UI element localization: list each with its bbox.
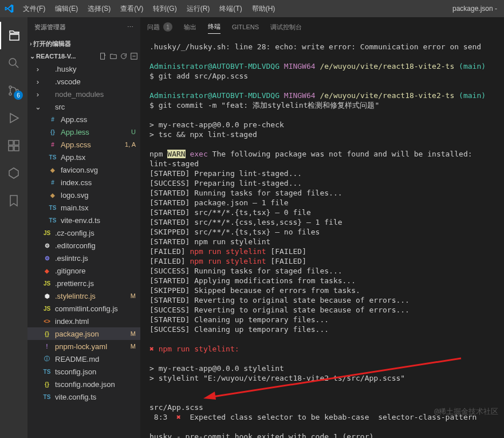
item-label: tsconfig.node.json: [55, 380, 136, 389]
sidebar: 资源管理器 ⋯ › 打开的编辑器 ⌄ REACT18-V... ›.husky›…: [27, 17, 140, 438]
folder-icon: [42, 89, 52, 99]
file-icon: !: [42, 342, 52, 351]
item-label: .editorconfig: [55, 241, 136, 250]
tree-file[interactable]: #index.css: [27, 176, 140, 189]
new-file-icon[interactable]: [99, 52, 107, 60]
tree-file[interactable]: ⬢.stylelintrc.jsM: [27, 290, 140, 302]
chevron-right-icon: ›: [30, 40, 32, 47]
activity-extensions-icon[interactable]: [0, 132, 27, 159]
tree-file[interactable]: {}tsconfig.node.json: [27, 378, 140, 390]
git-decoration: M: [131, 292, 136, 299]
tree-file[interactable]: TStsconfig.json: [27, 365, 140, 378]
file-icon: ⚙: [42, 241, 52, 250]
file-icon: JS: [42, 228, 52, 237]
activitybar: 6: [0, 17, 27, 438]
tab-debug-console[interactable]: 调试控制台: [270, 21, 302, 34]
item-label: index.html: [55, 317, 136, 326]
folder-icon: [42, 64, 52, 73]
svg-rect-4: [9, 140, 13, 145]
item-label: package.json: [55, 330, 131, 338]
chevron-icon: ›: [33, 90, 42, 99]
new-folder-icon[interactable]: [109, 52, 117, 60]
activity-remote-icon[interactable]: [0, 159, 27, 187]
file-icon: JS: [42, 304, 52, 313]
titlebar: 文件(F) 编辑(E) 选择(S) 查看(V) 转到(G) 运行(R) 终端(T…: [0, 0, 504, 17]
tree-file[interactable]: ◆favicon.svg: [27, 163, 140, 176]
menu-view[interactable]: 查看(V): [116, 2, 148, 16]
tree-file[interactable]: ◆logo.svg: [27, 189, 140, 201]
file-icon: TS: [42, 392, 52, 401]
folder-icon: [42, 102, 52, 111]
open-editors-section[interactable]: › 打开的编辑器: [27, 37, 140, 50]
editor-area: 问题1 输出 终端 GITLENS 调试控制台 .husky/_/husky.s…: [140, 17, 504, 438]
tree-file[interactable]: !pnpm-lock.yamlM: [27, 340, 140, 353]
menu-help[interactable]: 帮助(H): [247, 2, 280, 16]
item-label: vite-env.d.ts: [61, 216, 136, 225]
tree-file[interactable]: #App.scss1, A: [27, 138, 140, 151]
problems-count-badge: 1: [163, 22, 172, 32]
tree-folder[interactable]: ›node_modules: [27, 88, 140, 100]
chevron-icon: ⌄: [33, 103, 42, 111]
tree-file[interactable]: {}package.jsonM: [27, 327, 140, 340]
tree-file[interactable]: TSvite-env.d.ts: [27, 214, 140, 226]
tree-file[interactable]: <>index.html: [27, 315, 140, 327]
menu-terminal[interactable]: 终端(T): [215, 2, 246, 16]
tree-file[interactable]: TSvite.config.ts: [27, 390, 140, 403]
tree-file[interactable]: ⚙.eslintrc.js: [27, 252, 140, 264]
tab-problems[interactable]: 问题1: [147, 20, 172, 34]
activity-bookmark-icon[interactable]: [0, 187, 27, 214]
menu-edit[interactable]: 编辑(E): [50, 2, 82, 16]
item-label: App.css: [61, 115, 136, 124]
tree-folder[interactable]: ›.vscode: [27, 75, 140, 88]
tree-file[interactable]: JScommitlint.config.js: [27, 302, 140, 315]
tree-file[interactable]: JS.prettierrc.js: [27, 277, 140, 290]
activity-debug-icon[interactable]: [0, 104, 27, 132]
tab-terminal[interactable]: 终端: [208, 20, 220, 34]
tree-file[interactable]: ◆.gitignore: [27, 264, 140, 277]
sidebar-more-icon[interactable]: ⋯: [127, 24, 133, 31]
file-icon: #: [48, 140, 57, 149]
project-section[interactable]: ⌄ REACT18-V...: [27, 50, 140, 62]
file-icon: {}: [42, 329, 52, 338]
project-name: REACT18-V...: [36, 53, 76, 60]
tree-file[interactable]: ⓘREADME.md: [27, 353, 140, 365]
file-icon: ⬢: [42, 291, 52, 300]
activity-scm-icon[interactable]: 6: [0, 77, 27, 104]
file-icon: JS: [42, 279, 52, 288]
tree-file[interactable]: {}App.lessU: [27, 126, 140, 138]
collapse-icon[interactable]: [130, 52, 138, 60]
file-icon: ⓘ: [42, 354, 52, 363]
tree-file[interactable]: TSApp.tsx: [27, 151, 140, 163]
refresh-icon[interactable]: [120, 52, 128, 60]
chevron-icon: ›: [33, 77, 42, 86]
item-label: main.tsx: [61, 204, 136, 212]
item-label: .prettierrc.js: [55, 279, 136, 288]
tree-file[interactable]: ⚙.editorconfig: [27, 239, 140, 252]
activity-explorer-icon[interactable]: [0, 22, 27, 49]
menu-run[interactable]: 运行(R): [182, 2, 215, 16]
menu-selection[interactable]: 选择(S): [83, 2, 115, 16]
tree-file[interactable]: JS.cz-config.js: [27, 226, 140, 239]
svg-marker-11: [203, 392, 216, 400]
menu-go[interactable]: 转到(G): [148, 2, 181, 16]
item-label: .cz-config.js: [55, 229, 136, 237]
item-label: index.css: [61, 178, 136, 187]
tree-file[interactable]: TSmain.tsx: [27, 201, 140, 214]
git-decoration: U: [131, 128, 136, 135]
tree-file[interactable]: #App.css: [27, 113, 140, 126]
tab-gitlens[interactable]: GITLENS: [232, 21, 259, 33]
item-label: .gitignore: [55, 267, 136, 275]
file-icon: ◆: [42, 266, 52, 275]
svg-rect-6: [9, 146, 13, 151]
terminal-output[interactable]: .husky/_/husky.sh: line 28: echo: write …: [140, 37, 504, 438]
item-label: .husky: [55, 65, 136, 73]
activity-search-icon[interactable]: [0, 49, 27, 77]
item-label: App.less: [61, 128, 131, 136]
tab-output[interactable]: 输出: [184, 21, 196, 34]
tree-folder[interactable]: ⌄src: [27, 100, 140, 113]
item-label: src: [55, 103, 136, 111]
menu-file[interactable]: 文件(F): [18, 2, 50, 16]
svg-rect-5: [14, 140, 19, 145]
tree-folder[interactable]: ›.husky: [27, 62, 140, 75]
sidebar-header: 资源管理器 ⋯: [27, 17, 140, 37]
